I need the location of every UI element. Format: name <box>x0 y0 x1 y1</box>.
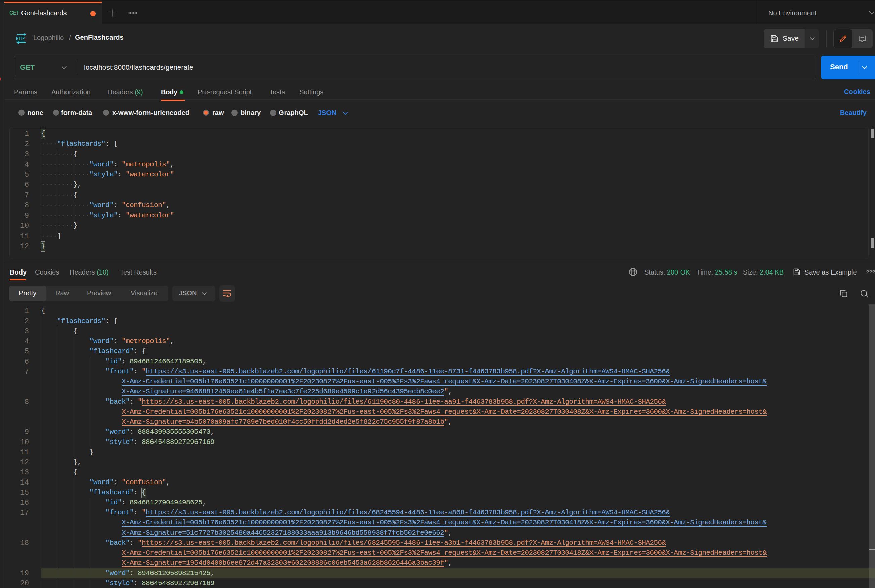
svg-text:HTTP: HTTP <box>16 36 24 41</box>
